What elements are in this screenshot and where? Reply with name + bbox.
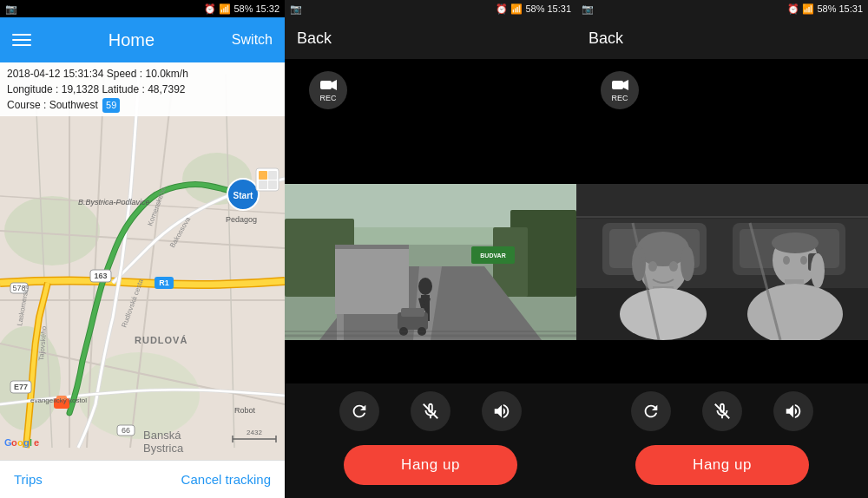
info-line1: 2018-04-12 15:31:34 Speed : 10.0km/h [7, 66, 278, 82]
svg-marker-84 [623, 80, 628, 90]
hangup-button-1[interactable]: Hang up [344, 445, 517, 485]
camera-icon: 📷 [5, 3, 17, 15]
rec-area-2: REC [576, 59, 868, 121]
app-title: Home [108, 30, 155, 50]
mic-button-2[interactable] [702, 391, 742, 431]
rec-button-2[interactable]: REC [601, 71, 639, 109]
svg-text:e: e [34, 437, 39, 448]
status-icons-2: ⏰ 📶 58% 15:31 [496, 3, 571, 15]
status-bar-map: 📷 ⏰ 📶 58% 15:32 [0, 0, 285, 17]
time-display: 15:32 [255, 3, 279, 14]
wifi-icon-3: 📶 [802, 3, 814, 15]
map-panel: 📷 ⏰ 📶 58% 15:32 Home Switch 2018-04-12 1… [0, 0, 285, 498]
svg-text:BUDVAR: BUDVAR [480, 252, 505, 259]
refresh-button-1[interactable] [339, 391, 379, 431]
rec-label-2: REC [611, 94, 628, 102]
svg-rect-47 [259, 180, 267, 189]
alarm-icon-2: ⏰ [496, 3, 508, 15]
svg-rect-66 [335, 245, 409, 314]
refresh-button-2[interactable] [631, 391, 671, 431]
mic-button-1[interactable] [411, 391, 450, 431]
svg-rect-83 [612, 81, 623, 89]
svg-rect-110 [576, 184, 868, 340]
time-display-2: 15:31 [547, 3, 571, 14]
battery-text-3: 58% [817, 3, 836, 14]
interior-svg [576, 184, 868, 340]
rec-label-1: REC [319, 94, 336, 102]
info-line3: Course : Southwest 59 [7, 97, 278, 113]
rec-area-1: REC [285, 59, 576, 121]
status-bar-video1: 📷 ⏰ 📶 58% 15:31 [285, 0, 576, 17]
svg-rect-46 [268, 171, 277, 180]
svg-text:evangelický kostol: evangelický kostol [30, 396, 87, 404]
status-bar-left: 📷 [5, 3, 17, 15]
video-panel-interior: 📷 ⏰ 📶 58% 15:31 Back REC [576, 0, 868, 498]
svg-text:Robot: Robot [234, 406, 256, 415]
svg-marker-56 [332, 80, 337, 90]
black-bottom-1 [285, 340, 576, 383]
bottom-nav-bar: Trips Cancel tracking [0, 460, 285, 498]
interior-feed [576, 184, 868, 340]
svg-text:o: o [17, 437, 23, 448]
speaker-button-1[interactable] [482, 391, 522, 431]
hangup-button-2[interactable]: Hang up [635, 445, 809, 485]
video-top-bar-2: Back [576, 17, 868, 59]
camera-icon-3: 📷 [582, 3, 594, 15]
wifi-icon: 📶 [219, 3, 231, 15]
top-nav-bar: Home Switch [0, 17, 285, 62]
black-top-1 [285, 121, 576, 184]
map-area[interactable]: Start R1 163 E77 66 578 B.Bystrica-Podla… [0, 62, 285, 460]
status-bar-video2: 📷 ⏰ 📶 58% 15:31 [576, 0, 868, 17]
svg-text:Start: Start [233, 191, 253, 200]
alarm-icon: ⏰ [204, 3, 216, 15]
svg-point-70 [418, 278, 432, 295]
svg-rect-67 [335, 245, 409, 249]
svg-text:RUDLOVÁ: RUDLOVÁ [135, 335, 187, 345]
svg-rect-45 [259, 171, 267, 180]
svg-text:Pedagog: Pedagog [226, 215, 257, 224]
controls-row-1 [285, 383, 576, 439]
wifi-icon-2: 📶 [510, 3, 523, 15]
rec-icon-2: REC [611, 78, 628, 102]
status-bar-right: ⏰ 📶 58% 15:32 [204, 3, 279, 15]
svg-text:66: 66 [122, 426, 130, 435]
dashcam-feed: BUDVAR [285, 184, 576, 340]
speaker-button-2[interactable] [773, 391, 813, 431]
svg-rect-55 [320, 81, 332, 89]
svg-text:Banská: Banská [143, 429, 181, 442]
alarm-icon-3: ⏰ [787, 3, 799, 15]
dashcam-svg: BUDVAR [285, 184, 576, 340]
svg-text:2432: 2432 [247, 429, 262, 436]
speed-badge: 59 [102, 98, 120, 113]
svg-point-1 [4, 196, 100, 265]
black-bottom-2 [576, 340, 868, 383]
svg-text:E77: E77 [14, 383, 28, 391]
status-icons-3: ⏰ 📶 58% 15:31 [787, 3, 863, 15]
video-top-bar-1: Back [285, 17, 576, 59]
video-panel-dashcam: 📷 ⏰ 📶 58% 15:31 Back REC [285, 0, 576, 498]
hangup-row-1: Hang up [285, 439, 576, 498]
svg-text:163: 163 [94, 272, 107, 280]
black-top-2 [576, 121, 868, 184]
cancel-tracking-button[interactable]: Cancel tracking [181, 472, 271, 487]
hangup-row-2: Hang up [576, 439, 868, 498]
rec-icon-1: REC [319, 78, 337, 102]
info-line2: Longitude : 19,1328 Latitude : 48,7392 [7, 82, 278, 97]
svg-text:g: g [23, 437, 30, 448]
time-display-3: 15:31 [838, 3, 863, 14]
back-button-2[interactable]: Back [589, 29, 623, 48]
svg-text:Bystrica: Bystrica [143, 442, 184, 455]
back-button-1[interactable]: Back [297, 29, 332, 48]
rec-button-1[interactable]: REC [309, 71, 347, 109]
hamburger-menu[interactable] [12, 34, 31, 46]
svg-text:l: l [30, 437, 32, 448]
switch-button[interactable]: Switch [232, 32, 273, 48]
battery-text: 58% [233, 3, 253, 14]
gps-info-bar: 2018-04-12 15:31:34 Speed : 10.0km/h Lon… [0, 62, 285, 116]
svg-text:B.Bystrica-Podlavice: B.Bystrica-Podlavice [78, 198, 150, 206]
controls-row-2 [576, 383, 868, 439]
svg-text:R1: R1 [159, 278, 169, 287]
svg-text:o: o [11, 437, 17, 448]
trips-button[interactable]: Trips [14, 472, 43, 487]
svg-rect-48 [268, 180, 277, 189]
